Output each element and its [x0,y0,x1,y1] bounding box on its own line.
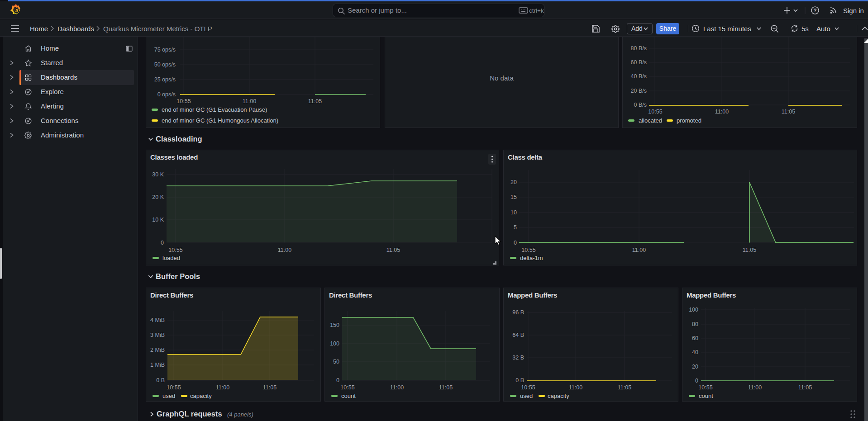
svg-text:50 ops/s: 50 ops/s [154,61,176,68]
svg-text:promoted: promoted [677,117,701,124]
svg-text:11:05: 11:05 [439,384,453,391]
svg-text:count: count [699,393,713,399]
svg-text:80 B/s: 80 B/s [631,45,647,52]
svg-text:count: count [341,393,356,399]
svg-text:10:55: 10:55 [648,109,662,115]
svg-text:64 B: 64 B [512,332,524,338]
svg-text:11:00: 11:00 [216,384,229,391]
svg-text:15: 15 [510,194,517,200]
svg-text:11:00: 11:00 [632,247,646,253]
svg-text:20 K: 20 K [152,194,164,200]
svg-text:Sign in: Sign in [843,7,864,14]
svg-text:11:05: 11:05 [743,247,756,253]
svg-text:60 B/s: 60 B/s [631,59,647,66]
svg-text:50: 50 [333,359,339,365]
svg-text:3 MiB: 3 MiB [150,332,165,338]
svg-text:0 ops/s: 0 ops/s [157,91,176,98]
svg-text:11:05: 11:05 [798,384,812,391]
svg-text:40: 40 [692,349,698,355]
svg-text:ctrl+k: ctrl+k [529,7,544,14]
svg-text:10 K: 10 K [152,217,164,223]
svg-text:?: ? [813,8,816,13]
svg-text:11:00: 11:00 [569,384,582,391]
svg-text:0 B/s: 0 B/s [634,102,647,108]
svg-text:11:05: 11:05 [386,247,400,253]
svg-text:150: 150 [330,322,339,328]
svg-text:100: 100 [330,341,339,347]
svg-text:2 MiB: 2 MiB [150,347,165,353]
svg-text:30 K: 30 K [152,171,164,178]
svg-text:11:05: 11:05 [618,384,631,391]
svg-text:10:55: 10:55 [340,384,354,391]
svg-text:used: used [520,393,533,399]
svg-text:11:00: 11:00 [243,98,256,104]
svg-text:0: 0 [514,240,517,246]
svg-text:60: 60 [692,335,698,341]
svg-text:10:55: 10:55 [176,98,191,104]
svg-text:used: used [162,393,175,399]
svg-text:0: 0 [161,240,164,246]
svg-text:11:00: 11:00 [715,109,729,115]
svg-text:0: 0 [336,377,339,383]
svg-text:11:00: 11:00 [748,384,762,391]
svg-text:80: 80 [692,321,698,327]
svg-text:capacity: capacity [548,393,569,399]
svg-text:10:55: 10:55 [521,384,535,391]
svg-text:11:00: 11:00 [390,384,404,391]
svg-text:40 B/s: 40 B/s [631,73,647,80]
svg-text:allocated: allocated [639,117,662,124]
svg-text:20: 20 [510,179,517,185]
svg-text:capacity: capacity [190,393,212,399]
svg-text:10:55: 10:55 [521,247,535,253]
svg-text:96 B: 96 B [512,309,524,316]
svg-text:4 MiB: 4 MiB [150,317,165,323]
svg-text:20: 20 [692,364,698,370]
svg-text:25 ops/s: 25 ops/s [154,76,176,83]
svg-text:32 B: 32 B [512,355,524,361]
svg-text:100: 100 [689,307,698,313]
svg-text:0 B: 0 B [515,377,524,383]
svg-text:delta-1m: delta-1m [520,255,543,261]
svg-text:5: 5 [514,224,517,231]
svg-text:1 MiB: 1 MiB [150,362,165,368]
svg-text:11:05: 11:05 [263,384,277,391]
svg-text:10: 10 [510,209,517,216]
svg-text:11:05: 11:05 [308,98,322,104]
svg-text:end of minor GC (G1 Humongous: end of minor GC (G1 Humongous Allocation… [162,117,278,124]
svg-text:0 B: 0 B [156,377,165,383]
svg-text:10:55: 10:55 [167,384,181,391]
svg-text:end of minor GC (G1 Evacuation: end of minor GC (G1 Evacuation Pause) [162,106,267,113]
svg-text:11:00: 11:00 [278,247,291,253]
svg-text:10:55: 10:55 [698,384,712,391]
svg-text:10:55: 10:55 [168,247,182,253]
svg-text:20 B/s: 20 B/s [631,88,647,94]
svg-text:loaded: loaded [162,255,180,261]
svg-text:11:05: 11:05 [782,109,795,115]
svg-text:0: 0 [695,378,698,384]
svg-text:Search or jump to...: Search or jump to... [348,6,407,14]
svg-text:75 ops/s: 75 ops/s [154,47,176,53]
